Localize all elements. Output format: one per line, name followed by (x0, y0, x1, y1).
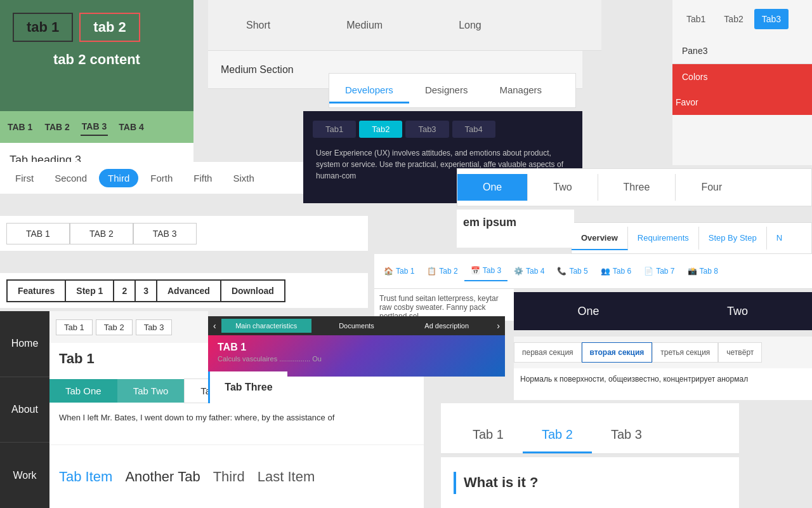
panel-boxed-tabs: TAB 1 TAB 2 TAB 3 (0, 216, 368, 251)
tab1-heading-panel: Tab 1 (49, 343, 208, 375)
panel-tab-three[interactable]: Tab Three (208, 371, 287, 403)
tab-sixth[interactable]: Sixth (224, 169, 263, 187)
tab2-underline[interactable]: TAB 2 (43, 119, 70, 135)
dark-tab-two[interactable]: Two (663, 295, 812, 328)
small-tab-3[interactable]: Tab 3 (136, 319, 173, 335)
tab-requirements[interactable]: Requirements (628, 227, 699, 250)
documents-tab[interactable]: Documents (311, 319, 402, 333)
dark-tab-2[interactable]: Tab2 (359, 121, 402, 138)
panel-tab1-tab2: tab 1 tab 2 tab 2 content (0, 0, 193, 111)
tab-third[interactable]: Third (99, 169, 138, 187)
dark-tab-4[interactable]: Tab4 (452, 121, 495, 138)
icon-tab-2[interactable]: 📋 Tab 2 (421, 262, 464, 281)
tab-second[interactable]: Second (46, 169, 96, 187)
tab-one-colored[interactable]: Tab One (49, 379, 117, 403)
tab-overview[interactable]: Overview (572, 227, 628, 250)
lorem-text: em ipsum (463, 216, 516, 229)
tab-two-colored[interactable]: Tab Two (117, 379, 185, 403)
tab-three[interactable]: Three (598, 174, 676, 201)
sidebar-item-about[interactable]: About (0, 377, 49, 443)
tab-short[interactable]: Short (208, 10, 308, 41)
favorites-item[interactable]: Favor (672, 90, 812, 115)
icon-tab-5[interactable]: 📞 Tab 5 (551, 262, 594, 281)
panel-tab1-gradient: TAB 1 Calculs vasculaires ..............… (208, 335, 505, 377)
tab-first[interactable]: First (6, 169, 43, 187)
russian-tab-1[interactable]: первая секция (514, 342, 582, 363)
sidebar: Home About Work (0, 311, 49, 508)
box-tab-1[interactable]: TAB 1 (6, 223, 70, 244)
tab-one[interactable]: One (457, 174, 528, 201)
next-arrow[interactable]: › (492, 318, 505, 334)
tab-download[interactable]: Download (220, 279, 285, 302)
sidebar-item-work[interactable]: Work (0, 443, 49, 508)
br-tab-1[interactable]: Tab 1 (454, 418, 523, 453)
tab-last-item[interactable]: Last Item (258, 465, 315, 488)
tab1-label: TAB 1 (218, 342, 495, 353)
tab-step2[interactable]: 2 (113, 279, 136, 302)
tab-stepbystep[interactable]: Step By Step (699, 227, 767, 250)
tab3-underline[interactable]: TAB 3 (81, 118, 108, 136)
tab-1-button[interactable]: tab 1 (13, 13, 73, 42)
panel-russian-tabs: первая секция вторая секция третья секци… (514, 337, 812, 368)
icon-tab-8[interactable]: 📸 Tab 8 (681, 262, 724, 281)
panel-feature-tabs: Features Step 1 2 3 Advanced Download (0, 273, 368, 308)
tab-two[interactable]: Two (528, 174, 598, 201)
tab-long[interactable]: Long (421, 10, 520, 41)
russian-text: Нормаль к поверхности, общеизвестно, кон… (520, 375, 748, 384)
russian-tab-3[interactable]: третья секция (652, 342, 718, 363)
panel-tab-underline: TAB 1 TAB 2 TAB 3 TAB 4 (0, 111, 193, 143)
tab-third-bottom[interactable]: Third (213, 465, 245, 488)
main-char-tab[interactable]: Main characteristics (221, 319, 311, 333)
dark-tab-one[interactable]: One (514, 295, 663, 328)
tab-step1[interactable]: Step 1 (65, 279, 114, 302)
tab-item[interactable]: Tab Item (59, 465, 112, 488)
colors-item[interactable]: Colors (672, 64, 812, 90)
panel-small-tabs: Tab 1 Tab 2 Tab 3 (49, 311, 208, 343)
tab-four[interactable]: Four (676, 174, 747, 201)
lorem-ipsum-panel: em ipsum (457, 210, 574, 248)
panel-overview-tabs: Overview Requirements Step By Step N (571, 222, 812, 254)
tr-tab-1[interactable]: Tab1 (679, 9, 713, 29)
small-tab-1[interactable]: Tab 1 (56, 319, 93, 335)
br-tab-3[interactable]: Tab 3 (592, 418, 661, 453)
box-tab-3[interactable]: TAB 3 (133, 223, 197, 244)
russian-tab-2[interactable]: вторая секция (582, 342, 653, 363)
tab-forth[interactable]: Forth (141, 169, 181, 187)
icon-tab-3[interactable]: 📅 Tab 3 (464, 261, 508, 281)
sidebar-item-home[interactable]: Home (0, 311, 49, 377)
tab-managers[interactable]: Managers (483, 78, 558, 104)
tab-n[interactable]: N (767, 227, 792, 250)
tab-another[interactable]: Another Tab (125, 465, 200, 488)
tab1-underline[interactable]: TAB 1 (6, 119, 34, 135)
tab-step3[interactable]: 3 (134, 279, 157, 302)
tr-tab-3[interactable]: Tab3 (754, 9, 789, 29)
icon-tab-6[interactable]: 👥 Tab 6 (594, 262, 638, 281)
accent-bar (454, 472, 456, 494)
phone-icon: 📞 (557, 267, 566, 276)
tab-designers[interactable]: Designers (409, 78, 484, 104)
br-tab-2[interactable]: Tab 2 (523, 418, 592, 453)
tr-tab-2[interactable]: Tab2 (716, 9, 750, 29)
home-icon: 🏠 (384, 267, 393, 276)
pane3-item[interactable]: Pane3 (672, 38, 812, 64)
tab-medium[interactable]: Medium (308, 10, 421, 41)
icon-tab-1[interactable]: 🏠 Tab 1 (377, 262, 421, 281)
dark-tab-3[interactable]: Tab3 (405, 121, 449, 138)
icon-tab-7[interactable]: 📄 Tab 7 (638, 262, 681, 281)
panel-tab123-bottom-right: Tab 1 Tab 2 Tab 3 (441, 403, 739, 454)
tab-advanced[interactable]: Advanced (156, 279, 221, 302)
what-is-it-heading: What is it ? (464, 474, 538, 491)
content-text: When I left Mr. Bates, I went down to my… (59, 413, 334, 422)
dark-tab-1[interactable]: Tab1 (313, 121, 356, 138)
prev-arrow[interactable]: ‹ (208, 318, 221, 334)
tab4-underline[interactable]: TAB 4 (117, 119, 145, 135)
tab-2-button[interactable]: tab 2 (79, 13, 140, 42)
small-tab-2[interactable]: Tab 2 (96, 319, 133, 335)
ad-desc-tab[interactable]: Ad description (402, 319, 492, 333)
icon-tab-4[interactable]: ⚙️ Tab 4 (508, 262, 551, 281)
tab-fifth[interactable]: Fifth (185, 169, 221, 187)
tab-developers[interactable]: Developers (329, 78, 409, 104)
russian-tab-4[interactable]: четвёрт (718, 342, 762, 363)
box-tab-2[interactable]: TAB 2 (70, 223, 133, 244)
tab-features[interactable]: Features (6, 279, 66, 302)
